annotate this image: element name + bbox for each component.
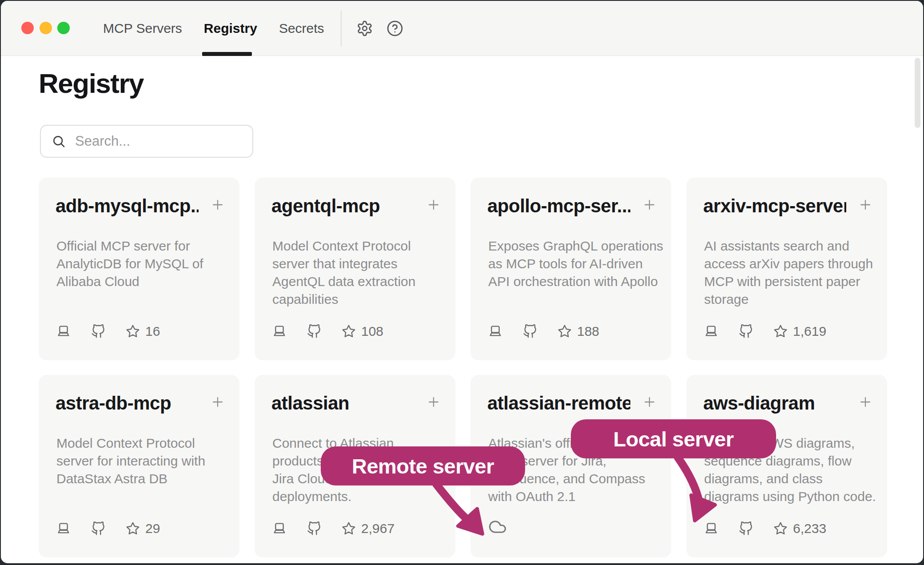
local-server-callout-label: Local server [613, 427, 734, 451]
active-tab-underline [202, 52, 252, 56]
server-card-apollo-mcp-server[interactable]: apollo-mcp-ser... Exposes GraphQL operat… [470, 178, 671, 360]
screenshot-stage: MCP Servers Registry Secrets Registry ad… [0, 0, 924, 565]
star-count: 108 [361, 324, 383, 339]
github-icon[interactable] [91, 521, 105, 536]
tab-mcp-servers[interactable]: MCP Servers [103, 21, 182, 36]
add-server-button[interactable] [426, 197, 441, 212]
scrollbar-thumb[interactable] [915, 58, 920, 128]
laptop-icon [56, 324, 71, 338]
add-server-button[interactable] [210, 197, 225, 212]
server-name: apollo-mcp-ser... [487, 195, 630, 217]
server-card-astra-db-mcp[interactable]: astra-db-mcp Model Context Protocolserve… [39, 375, 239, 557]
star-icon [342, 521, 356, 536]
star-count: 1,619 [793, 324, 826, 339]
titlebar-divider [341, 11, 342, 46]
laptop-icon [56, 521, 71, 536]
card-footer: 29 [56, 521, 160, 536]
star-icon [773, 324, 788, 338]
card-footer: 2,967 [272, 521, 394, 536]
zoom-window-button[interactable] [57, 22, 70, 34]
server-description: Model Context Protocolserver for interac… [56, 434, 226, 488]
github-icon[interactable] [91, 324, 105, 338]
settings-gear-icon[interactable] [356, 20, 373, 37]
star-count: 16 [145, 324, 160, 339]
help-icon[interactable] [386, 20, 403, 37]
card-footer: 1,619 [704, 324, 826, 339]
server-name: atlassian-remote [487, 393, 630, 414]
github-icon[interactable] [307, 521, 321, 536]
remote-server-callout-label: Remote server [352, 454, 494, 478]
star-icon [126, 521, 140, 536]
local-server-callout: Local server [571, 419, 776, 458]
card-footer: 108 [272, 324, 383, 339]
laptop-icon [272, 324, 287, 338]
laptop-icon [488, 324, 502, 338]
server-name: astra-db-mcp [56, 393, 199, 414]
server-description: Official MCP server forAnalyticDB for My… [56, 237, 226, 290]
server-description: Exposes GraphQL operationsas MCP tools f… [488, 237, 658, 290]
card-footer: 16 [56, 324, 160, 339]
card-footer [488, 513, 507, 536]
star-icon [342, 324, 356, 338]
add-server-button[interactable] [642, 394, 657, 410]
server-name: arxiv-mcp-server [703, 195, 846, 217]
add-server-button[interactable] [858, 197, 873, 212]
github-icon[interactable] [307, 324, 321, 338]
server-name: adb-mysql-mcp... [56, 195, 199, 217]
titlebar-tabs: MCP Servers Registry Secrets [103, 1, 324, 56]
server-card-agentql-mcp[interactable]: agentql-mcp Model Context Protocolserver… [255, 178, 455, 360]
page-title: Registry [39, 68, 143, 99]
server-name: atlassian [271, 393, 414, 414]
titlebar: MCP Servers Registry Secrets [1, 1, 923, 56]
laptop-icon [272, 521, 287, 536]
server-card-aws-diagram[interactable]: aws-diagram Generate AWS diagrams,sequen… [686, 375, 887, 557]
server-name: agentql-mcp [271, 195, 414, 217]
star-icon [558, 324, 572, 338]
card-footer: 6,233 [704, 521, 826, 536]
server-card-adb-mysql-mcp[interactable]: adb-mysql-mcp... Official MCP server for… [39, 178, 239, 360]
add-server-button[interactable] [858, 394, 873, 410]
laptop-icon [704, 521, 718, 536]
add-server-button[interactable] [426, 394, 441, 410]
server-description: Model Context Protocolserver that integr… [272, 237, 442, 308]
search-icon [52, 134, 66, 148]
server-description: AI assistants search andaccess arXiv pap… [704, 237, 874, 308]
server-name: aws-diagram [703, 393, 846, 414]
tab-secrets[interactable]: Secrets [279, 21, 324, 36]
star-count: 6,233 [793, 521, 826, 536]
star-count: 2,967 [361, 521, 394, 536]
app-window: MCP Servers Registry Secrets Registry ad… [1, 1, 923, 563]
close-window-button[interactable] [21, 22, 34, 34]
search-box[interactable] [40, 125, 253, 158]
minimize-window-button[interactable] [40, 22, 52, 34]
server-card-grid: adb-mysql-mcp... Official MCP server for… [39, 178, 887, 557]
star-count: 188 [577, 324, 599, 339]
github-icon[interactable] [739, 521, 753, 536]
star-icon [126, 324, 140, 338]
cloud-icon [488, 517, 507, 536]
remote-server-callout: Remote server [321, 446, 525, 485]
tab-registry[interactable]: Registry [204, 21, 257, 36]
card-footer: 188 [488, 324, 599, 339]
star-count: 29 [145, 521, 160, 536]
laptop-icon [704, 324, 718, 338]
star-icon [773, 521, 788, 536]
github-icon[interactable] [523, 324, 537, 338]
add-server-button[interactable] [210, 394, 225, 410]
github-icon[interactable] [739, 324, 753, 338]
server-card-arxiv-mcp-server[interactable]: arxiv-mcp-server AI assistants search an… [686, 178, 887, 360]
search-input[interactable] [74, 133, 236, 150]
add-server-button[interactable] [642, 197, 657, 212]
